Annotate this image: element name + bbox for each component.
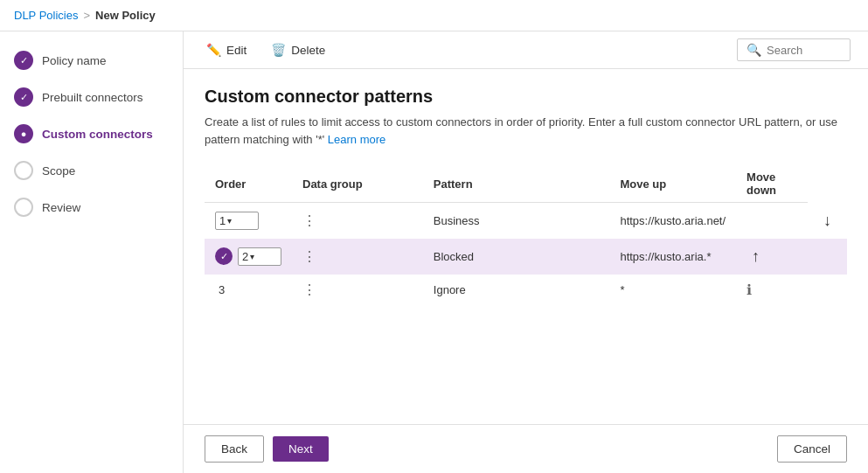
pattern-cell: https://kusto.aria.* [609,239,736,275]
breadcrumb-parent[interactable]: DLP Policies [14,9,78,22]
step-icon-scope [14,161,33,180]
cancel-button[interactable]: Cancel [777,435,847,463]
page-description: Create a list of rules to limit access t… [205,114,847,148]
move-up-button[interactable]: ↑ [746,246,765,268]
delete-icon: 🗑️ [271,43,286,57]
col-header-order: Order [205,165,292,203]
sidebar-item-label-policy-name: Policy name [42,54,107,67]
sidebar-item-label-review: Review [42,201,80,214]
delete-button[interactable]: 🗑️ Delete [266,39,330,60]
page-body: Custom connector patterns Create a list … [184,69,868,424]
move-down-cell [808,239,847,275]
sidebar-item-review[interactable]: Review [0,189,183,226]
content-area: ✏️ Edit 🗑️ Delete 🔍 Custom connector pat… [184,31,868,473]
data-group-cell: Ignore [423,275,610,305]
order-number: 3 [215,282,228,298]
move-down-cell [808,275,847,305]
delete-label: Delete [291,44,325,57]
footer: Back Next Cancel [184,424,868,473]
page-title: Custom connector patterns [205,87,847,107]
sidebar-item-label-custom-connectors: Custom connectors [42,128,153,141]
learn-more-link[interactable]: Learn more [328,133,385,146]
pattern-cell: * [609,275,736,305]
search-icon: 🔍 [746,43,761,57]
connector-table: Order Data group Pattern Move up Move do… [205,165,847,305]
more-options-cell: ⋮ [292,239,423,275]
col-header-data-group: Data group [292,165,423,203]
order-cell: ✓2▾ [205,239,292,275]
order-cell: 3 [205,275,292,305]
search-input[interactable] [767,44,841,57]
check-circle-icon: ✓ [215,247,233,265]
sidebar-item-scope[interactable]: Scope [0,152,183,189]
move-up-cell: ℹ [736,275,808,305]
table-row: ✓2▾⋮Blockedhttps://kusto.aria.*↑ [205,239,847,275]
more-options-icon[interactable]: ⋮ [302,282,316,297]
sidebar-item-label-prebuilt-connectors: Prebuilt connectors [42,91,143,104]
table-row: 1▾⋮Businesshttps://kusto.aria.net/↓ [205,203,847,239]
order-value: 1 [219,214,226,227]
more-options-icon[interactable]: ⋮ [302,213,316,228]
breadcrumb-current: New Policy [95,9,156,22]
sidebar-item-prebuilt-connectors[interactable]: ✓ Prebuilt connectors [0,79,183,115]
order-value: 2 [242,250,248,263]
order-cell: 1▾ [205,203,292,239]
step-icon-review [14,198,33,217]
edit-icon: ✏️ [206,43,221,57]
sidebar-item-policy-name[interactable]: ✓ Policy name [0,42,183,79]
sidebar: ✓ Policy name ✓ Prebuilt connectors ● Cu… [0,31,184,473]
more-options-icon[interactable]: ⋮ [302,249,316,264]
order-dropdown[interactable]: 1▾ [215,212,259,230]
move-up-cell [736,203,808,239]
move-down-button[interactable]: ↓ [818,210,837,232]
move-up-cell: ↑ [736,239,808,275]
page-description-text: Create a list of rules to limit access t… [205,115,837,146]
chevron-down-icon: ▾ [250,252,254,261]
data-group-cell: Blocked [423,239,610,275]
order-dropdown[interactable]: 2▾ [238,247,281,266]
pattern-cell: https://kusto.aria.net/ [609,203,736,239]
search-box[interactable]: 🔍 [737,38,851,61]
step-icon-custom-connectors: ● [14,124,33,143]
edit-button[interactable]: ✏️ Edit [201,39,252,60]
chevron-down-icon: ▾ [227,216,232,226]
move-down-cell: ↓ [808,203,847,239]
sidebar-item-custom-connectors[interactable]: ● Custom connectors [0,115,183,152]
edit-label: Edit [226,44,247,57]
back-button[interactable]: Back [205,435,264,463]
toolbar: ✏️ Edit 🗑️ Delete 🔍 [184,31,868,69]
data-group-cell: Business [423,203,610,239]
breadcrumb-separator: > [83,9,90,22]
col-header-pattern: Pattern [423,165,610,203]
col-header-move-down: Move down [736,165,808,203]
info-icon: ℹ [746,282,752,297]
next-button[interactable]: Next [273,436,329,462]
step-icon-prebuilt-connectors: ✓ [14,87,33,107]
breadcrumb: DLP Policies > New Policy [0,0,868,31]
col-header-move-up: Move up [609,165,736,203]
step-icon-policy-name: ✓ [14,51,33,70]
sidebar-item-label-scope: Scope [42,164,75,177]
more-options-cell: ⋮ [292,275,423,305]
more-options-cell: ⋮ [292,203,423,239]
table-row: 3⋮Ignore*ℹ [205,275,847,305]
